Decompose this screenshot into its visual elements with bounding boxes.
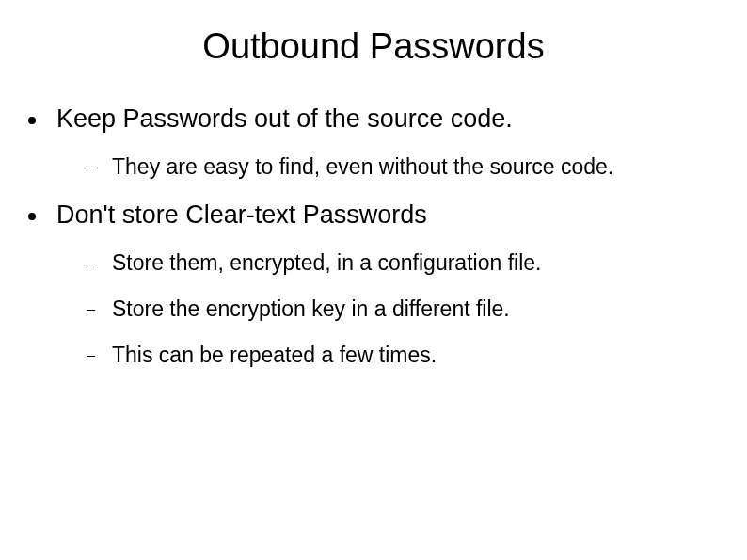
bullet-level1: Don't store Clear-text Passwords	[28, 200, 719, 230]
disc-bullet-icon	[28, 117, 36, 124]
dash-bullet-icon	[87, 356, 95, 357]
bullet-text: Store them, encrypted, in a configuratio…	[112, 250, 541, 276]
bullet-group-2: Don't store Clear-text Passwords Store t…	[28, 200, 719, 368]
bullet-level1: Keep Passwords out of the source code.	[28, 104, 719, 134]
bullet-text: Keep Passwords out of the source code.	[56, 104, 513, 134]
bullet-text: They are easy to find, even without the …	[112, 154, 613, 180]
bullet-text: Don't store Clear-text Passwords	[56, 200, 427, 230]
dash-bullet-icon	[87, 264, 95, 264]
slide-content: Keep Passwords out of the source code. T…	[0, 104, 747, 368]
bullet-level2: This can be repeated a few times.	[87, 343, 719, 368]
bullet-level2: Store them, encrypted, in a configuratio…	[87, 250, 719, 276]
bullet-text: Store the encryption key in a different …	[112, 296, 510, 322]
bullet-text: This can be repeated a few times.	[112, 343, 437, 368]
bullet-group-1: Keep Passwords out of the source code. T…	[28, 104, 719, 180]
slide-title: Outbound Passwords	[0, 0, 747, 104]
disc-bullet-icon	[28, 213, 36, 220]
dash-bullet-icon	[87, 168, 95, 168]
bullet-level2: Store the encryption key in a different …	[87, 296, 719, 322]
bullet-level2: They are easy to find, even without the …	[87, 154, 719, 180]
dash-bullet-icon	[87, 310, 95, 311]
